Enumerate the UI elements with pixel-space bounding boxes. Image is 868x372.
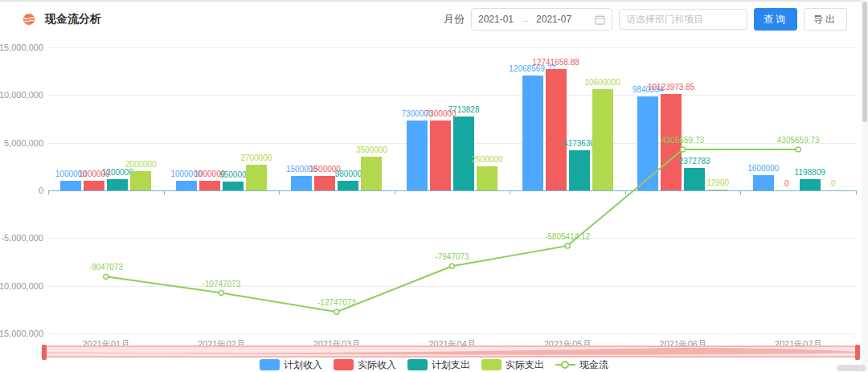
chart-legend: 计划收入实际收入计划支出实际支出现金流 — [0, 358, 868, 371]
bar[interactable] — [522, 76, 543, 190]
legend-label: 现金流 — [579, 358, 608, 372]
line-value-label: -10747073 — [202, 280, 240, 288]
line-point[interactable] — [565, 243, 570, 248]
legend-swatch-icon — [260, 359, 280, 370]
bar[interactable] — [60, 181, 81, 190]
y-axis-label: 0 — [0, 186, 43, 195]
bar[interactable] — [314, 176, 335, 190]
bar[interactable] — [430, 121, 451, 190]
bar-value-label: 950000 — [219, 170, 246, 179]
legend-item[interactable]: 现金流 — [555, 358, 608, 372]
bar-value-label: 7713828 — [448, 105, 480, 114]
bar[interactable] — [223, 182, 244, 190]
grid-line — [48, 238, 856, 239]
bar-value-label: 2500000 — [472, 155, 503, 164]
bar[interactable] — [199, 181, 220, 190]
x-axis-tick — [625, 190, 626, 194]
line-value-label: 4305659.73 — [777, 136, 820, 145]
bar-value-label: 980000 — [335, 170, 362, 178]
y-axis-label: 15,000,000 — [0, 43, 43, 52]
bar[interactable] — [338, 181, 358, 190]
bar[interactable] — [800, 179, 821, 190]
legend-item[interactable]: 实际收入 — [334, 358, 396, 372]
bar-value-label: 2372783 — [679, 157, 710, 166]
vertical-scrollbar-thumb[interactable] — [862, 2, 867, 122]
line-value-label: 4305659.73 — [661, 136, 704, 145]
bar-value-label: 3500000 — [356, 145, 387, 154]
x-axis-tick — [279, 190, 280, 194]
legend-line-icon — [555, 359, 575, 370]
bar-value-label: 1600000 — [747, 164, 779, 173]
bar[interactable] — [477, 166, 497, 190]
x-axis-tick — [48, 190, 49, 194]
legend-swatch-icon — [481, 359, 502, 370]
bar-value-label: 12741658.88 — [532, 58, 579, 67]
legend-swatch-icon — [334, 359, 354, 370]
datazoom-slider[interactable] — [44, 345, 858, 358]
x-axis-tick — [510, 190, 510, 194]
bar-value-label: 12900 — [706, 178, 729, 187]
y-axis-label: -15,000,000 — [0, 329, 43, 338]
grid-line — [48, 95, 856, 96]
y-axis-label: -5,000,000 — [0, 233, 43, 243]
bar-value-label: 2000000 — [125, 160, 157, 169]
bar[interactable] — [246, 165, 267, 190]
bar[interactable] — [84, 181, 104, 190]
x-axis-tick — [856, 190, 857, 194]
grid-line — [48, 286, 856, 287]
x-axis-tick — [164, 190, 165, 194]
legend-item[interactable]: 实际支出 — [481, 358, 544, 372]
bar[interactable] — [130, 171, 151, 190]
y-axis-label: -10,000,000 — [0, 281, 43, 291]
x-axis-tick — [740, 190, 741, 194]
y-axis-label: 10,000,000 — [0, 90, 43, 100]
bar-value-label: 10123973.85 — [648, 83, 694, 92]
grid-line — [48, 47, 856, 48]
legend-label: 实际支出 — [506, 358, 544, 372]
bar[interactable] — [753, 175, 774, 190]
datazoom-data-shadow — [44, 347, 858, 356]
bar-value-label: 0 — [784, 179, 789, 188]
bar[interactable] — [407, 121, 428, 190]
line-value-label: -7947073 — [435, 252, 469, 261]
bar[interactable] — [453, 117, 474, 190]
bar[interactable] — [176, 181, 197, 190]
line-point[interactable] — [796, 147, 800, 152]
line-point[interactable] — [450, 264, 455, 268]
bar[interactable] — [707, 190, 728, 190]
bar[interactable] — [107, 179, 128, 190]
vertical-scrollbar[interactable] — [862, 0, 868, 372]
line-point[interactable] — [104, 274, 108, 279]
bar-value-label: 1198809 — [795, 168, 825, 177]
x-axis-line — [48, 190, 856, 191]
bar-value-label: 10600000 — [584, 78, 620, 87]
bar[interactable] — [637, 96, 658, 190]
legend-swatch-icon — [407, 359, 428, 370]
grid-line — [48, 143, 856, 144]
bar-value-label: 1200000 — [102, 168, 133, 177]
x-axis-tick — [395, 190, 395, 194]
legend-label: 实际收入 — [358, 358, 396, 372]
bar-value-label: 0 — [831, 179, 836, 188]
bar[interactable] — [684, 168, 705, 190]
legend-item[interactable]: 计划支出 — [407, 358, 470, 372]
bar-value-label: 2700000 — [240, 153, 272, 162]
bar[interactable] — [361, 157, 382, 190]
y-axis-label: 5,000,000 — [0, 138, 43, 148]
line-value-label: -12747073 — [317, 298, 356, 307]
bar[interactable] — [592, 89, 613, 190]
line-point[interactable] — [334, 309, 339, 314]
cash-flow-chart: 15,000,00010,000,0005,000,0000-5,000,000… — [0, 0, 868, 372]
bar[interactable] — [546, 69, 567, 190]
legend-item[interactable]: 计划收入 — [260, 358, 322, 372]
line-value-label: -5805414.12 — [545, 232, 590, 241]
bar[interactable] — [569, 150, 590, 190]
line-value-label: -9047073 — [89, 263, 123, 272]
bar[interactable] — [291, 176, 312, 190]
grid-line — [48, 333, 856, 334]
legend-label: 计划收入 — [284, 358, 322, 372]
bar-value-label: 4173630 — [563, 139, 595, 148]
line-point[interactable] — [219, 291, 223, 296]
legend-label: 计划支出 — [432, 358, 470, 372]
horizontal-scrollbar-thumb[interactable] — [837, 365, 866, 371]
